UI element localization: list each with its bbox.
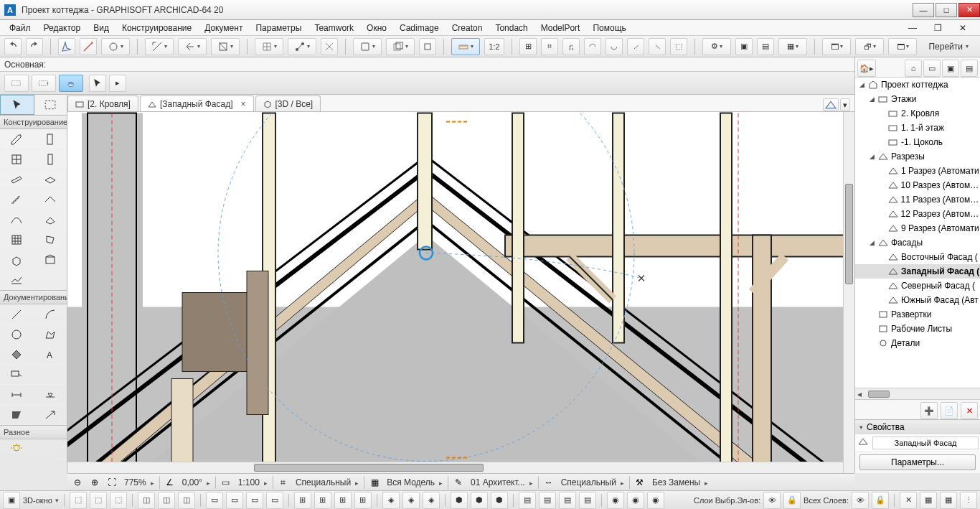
circle-tool[interactable] [0,324,34,345]
zone-tool[interactable] [34,250,67,270]
tool-c[interactable]: ⎌ [562,38,580,55]
stair-tool[interactable] [0,190,34,210]
vertical-scrollbar[interactable] [843,112,854,473]
drawing-canvas[interactable] [67,112,854,473]
menu-creaton[interactable]: Creaton [446,21,489,35]
e1[interactable]: ✕ [900,492,917,509]
d12[interactable]: ⊞ [314,492,331,509]
beam-tool[interactable] [0,169,34,190]
section-design[interactable]: Конструирование [0,115,67,129]
pen-icon[interactable]: ✎ [451,475,466,490]
section-document[interactable]: Документирование [0,290,67,304]
tool-a[interactable]: ⊞ [519,38,537,55]
snap-button[interactable] [178,38,207,55]
menu-help[interactable]: Помощь [586,21,632,35]
model-icon[interactable]: ▦ [367,475,382,490]
story-0[interactable]: -1. Цоколь [901,137,943,147]
tool-b[interactable]: ⌗ [541,38,558,55]
nav-hscroll[interactable]: ◂ [855,388,980,399]
angle-field[interactable]: 0,00° [180,477,212,487]
level-tool[interactable] [34,385,67,405]
section-tool[interactable] [0,405,34,425]
doc-close[interactable]: ✕ [953,21,973,35]
pan-button[interactable] [59,75,83,92]
doc-minimize[interactable]: — [902,21,923,35]
undo-button[interactable] [4,38,22,55]
roof-tool[interactable] [34,190,67,210]
model-field[interactable]: Вся Модель [385,477,445,487]
scale-field[interactable]: 1:100 [236,477,270,487]
arrow-tool[interactable] [0,95,34,115]
tool-h[interactable]: ⬚ [670,38,687,55]
d17[interactable]: ◈ [423,492,440,509]
d24[interactable]: ▤ [579,492,596,509]
surf-snap-button[interactable] [211,38,240,55]
menu-teamwork[interactable]: Teamwork [308,21,360,35]
project-root[interactable]: Проект коттеджа [881,80,948,90]
e4[interactable]: ⋮ [960,492,977,509]
sel-vis[interactable]: 👁 [763,492,781,509]
skylight-tool[interactable] [34,210,67,230]
elem-snap-button[interactable] [288,38,316,55]
elev-tool[interactable] [34,405,67,425]
clone-view-icon[interactable]: 📄 [941,402,958,419]
elevations-group[interactable]: Фасады [891,238,923,248]
d23[interactable]: ▤ [559,492,576,509]
arrow-mode-button[interactable] [89,75,106,92]
text-tool[interactable]: A [34,345,67,365]
view-c[interactable]: 🗖 [888,38,917,55]
tab-nav-icon[interactable] [823,98,839,111]
menu-cadimage[interactable]: Cadimage [393,21,446,35]
d16[interactable]: ◈ [402,492,420,509]
d8[interactable]: ▭ [226,492,243,509]
d4[interactable]: ◫ [138,492,155,509]
tool-i[interactable]: ▣ [735,38,753,55]
tab-close-icon[interactable]: × [240,99,245,109]
opts-button[interactable]: ⚙ [702,38,731,55]
line-tool[interactable] [0,304,34,324]
story-2[interactable]: 2. Кровля [901,108,939,118]
marquee2-button[interactable] [32,75,56,92]
layer-field[interactable]: 01 Архитект... [468,477,535,487]
shell-tool[interactable] [0,210,34,230]
mesh-tool[interactable] [0,270,34,290]
dim-icon[interactable]: ↔ [542,475,556,490]
view-b[interactable]: 🗗 [855,38,884,55]
maximize-button[interactable]: □ [936,3,957,17]
poly-tool[interactable] [34,324,67,345]
d25[interactable]: ◉ [607,492,624,509]
d19[interactable]: ⬢ [471,492,488,509]
d5[interactable]: ◫ [158,492,175,509]
sections-group[interactable]: Разрезы [891,151,925,162]
object-tool[interactable] [0,250,34,270]
view-name[interactable]: 3D-окно [23,496,52,505]
doc-restore[interactable]: ❐ [928,21,948,35]
d14[interactable]: ⊞ [354,492,372,509]
pick-button[interactable] [58,38,75,55]
text-12-button[interactable]: 1:2 [484,38,504,55]
new-view-icon[interactable]: ➕ [920,402,938,419]
door-tool[interactable] [34,129,67,149]
d9[interactable]: ▭ [246,492,263,509]
gravity-button[interactable] [101,38,130,55]
redo-button[interactable] [26,38,43,55]
d26[interactable]: ◉ [627,492,644,509]
d18[interactable]: ⬢ [451,492,468,509]
d10[interactable]: ▭ [266,492,283,509]
reno-field[interactable]: Без Замены [650,477,710,487]
tool-k[interactable]: ▦ [778,38,807,55]
marquee-tool[interactable] [34,95,67,115]
d20[interactable]: ⬢ [491,492,508,509]
menu-design[interactable]: Конструирование [116,21,198,35]
d6[interactable]: ◫ [178,492,195,509]
wall-tool[interactable] [0,129,34,149]
tool1[interactable] [419,38,436,55]
props-name-input[interactable] [872,436,979,449]
d11[interactable]: ⊞ [294,492,311,509]
guide-button[interactable] [145,38,174,55]
curtain-tool[interactable] [0,230,34,250]
trace-button[interactable] [386,38,415,55]
tab-elevation[interactable]: [Западный Фасад]× [140,95,254,111]
dim-field[interactable]: Специальный [559,477,626,487]
arc-tool[interactable] [34,304,67,324]
